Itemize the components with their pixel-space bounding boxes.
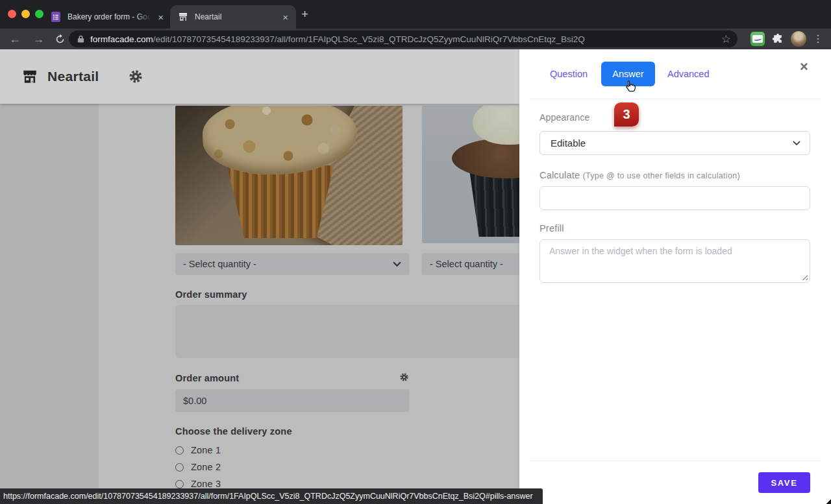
forward-icon[interactable]: →	[32, 33, 44, 45]
mail-extension-icon[interactable]	[750, 32, 765, 46]
reload-icon[interactable]	[55, 34, 66, 45]
tab-neartail[interactable]: Neartail ×	[170, 5, 296, 29]
window-minimize-button[interactable]	[21, 10, 30, 18]
tab-question[interactable]: Question	[550, 69, 588, 79]
back-icon[interactable]: ←	[9, 33, 21, 45]
tab-google-forms[interactable]: Bakery order form - Google For ×	[43, 5, 167, 29]
panel-divider	[530, 461, 821, 461]
url-text: formfacade.com/edit/10787073545418923393…	[90, 34, 716, 44]
tab-close-icon[interactable]: ×	[158, 12, 164, 22]
puzzle-extensions-icon[interactable]	[771, 32, 784, 45]
modal-dim-overlay	[0, 49, 519, 504]
tab-close-icon[interactable]: ×	[282, 12, 288, 22]
calculate-label-row: Calculate (Type @ to use other fields in…	[540, 170, 740, 180]
window-close-button[interactable]	[8, 10, 16, 18]
toolbar-extensions: ⋮	[750, 29, 831, 49]
new-tab-button[interactable]: +	[301, 8, 308, 21]
save-button[interactable]: SAVE	[758, 472, 810, 493]
status-bar: https://formfacade.com/edit/107870735454…	[0, 488, 543, 504]
tab-title: Neartail	[195, 12, 221, 21]
page-corner-mark	[825, 499, 831, 504]
url-domain: formfacade.com	[90, 34, 153, 44]
prefill-textarea[interactable]: Answer in the widget when the form is lo…	[540, 239, 810, 283]
browser-toolbar: ← → formfacade.com/edit/1078707354541892…	[0, 29, 831, 49]
panel-divider	[530, 99, 821, 99]
browser-window: Bakery order form - Google For × Neartai…	[0, 0, 831, 504]
calculate-label: Calculate	[540, 170, 580, 180]
browser-menu-icon[interactable]: ⋮	[813, 34, 823, 44]
form-editor-page: Neartail - Select quantity -	[0, 49, 519, 504]
window-controls	[8, 10, 43, 18]
prefill-label: Prefill	[540, 223, 564, 234]
appearance-label: Appearance	[540, 112, 590, 123]
prefill-placeholder: Answer in the widget when the form is lo…	[549, 246, 732, 256]
status-url: https://formfacade.com/edit/107870735454…	[3, 492, 533, 501]
url-path: /edit/107870735454189233937/all/form/1FA…	[153, 34, 585, 44]
chevron-down-icon	[793, 141, 800, 146]
resize-handle[interactable]	[801, 274, 808, 280]
calculate-input[interactable]	[540, 186, 810, 210]
tab-advanced[interactable]: Advanced	[667, 69, 710, 79]
hand-cursor-icon	[623, 79, 638, 97]
tab-title: Bakery order form - Google For	[68, 12, 151, 21]
appearance-select[interactable]: Editable	[540, 131, 810, 155]
bookmark-star-icon[interactable]: ☆	[721, 34, 731, 45]
browser-tab-bar: Bakery order form - Google For × Neartai…	[0, 0, 831, 29]
address-bar[interactable]: formfacade.com/edit/10787073545418923393…	[69, 30, 738, 47]
tutorial-step-badge: 3	[614, 102, 639, 126]
profile-avatar[interactable]	[791, 31, 806, 47]
appearance-value: Editable	[551, 138, 586, 149]
storefront-icon	[178, 12, 188, 22]
google-forms-icon	[51, 12, 61, 22]
answer-settings-panel: × Question Answer Advanced 3 Appearance …	[519, 49, 831, 504]
panel-close-icon[interactable]: ×	[800, 60, 808, 74]
lock-icon	[77, 34, 84, 43]
calculate-hint: (Type @ to use other fields in calculati…	[582, 171, 739, 180]
